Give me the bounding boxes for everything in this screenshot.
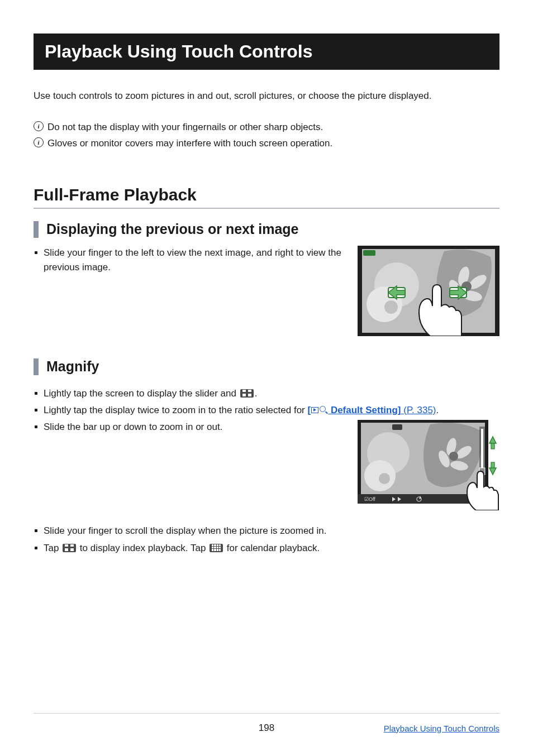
svg-marker-39 bbox=[489, 468, 496, 475]
bullet-list: Lightly tap the screen to display the sl… bbox=[34, 386, 499, 418]
playback-icon bbox=[311, 407, 318, 413]
svg-rect-38 bbox=[491, 443, 494, 449]
caution-icon: i bbox=[34, 137, 44, 147]
caution-item: i Gloves or monitor covers may interfere… bbox=[34, 136, 499, 151]
content-text: Slide the bar up or down to zoom in or o… bbox=[34, 420, 358, 510]
page-title: Playback Using Touch Controls bbox=[45, 41, 312, 61]
bullet-text: Lightly tap the display twice to zoom in… bbox=[44, 405, 307, 415]
bullet-item: Slide your finger to scroll the display … bbox=[34, 524, 499, 538]
bullet-text: to display index playback. Tap bbox=[77, 543, 208, 553]
footer-section-link[interactable]: Playback Using Touch Controls bbox=[384, 724, 499, 733]
svg-marker-37 bbox=[489, 437, 496, 443]
svg-point-24 bbox=[449, 452, 458, 461]
magnify-content: Lightly tap the screen to display the sl… bbox=[34, 386, 499, 556]
subsection-heading-row: Displaying the previous or next image bbox=[34, 221, 499, 238]
content-text: Slide your finger to the left to view th… bbox=[34, 246, 358, 336]
link-label: Default Setting] bbox=[328, 405, 401, 415]
subsection-heading: Displaying the previous or next image bbox=[46, 221, 299, 237]
bullet-list: Slide the bar up or down to zoom in or o… bbox=[34, 420, 348, 434]
svg-rect-25 bbox=[392, 424, 402, 430]
svg-point-19 bbox=[379, 473, 390, 484]
heading-accent-bar bbox=[34, 221, 39, 238]
bullet-text: Tap bbox=[44, 543, 61, 553]
bullet-text: . bbox=[255, 388, 258, 399]
content-row: Slide the bar up or down to zoom in or o… bbox=[34, 420, 499, 510]
page: Playback Using Touch Controls Use touch … bbox=[0, 0, 533, 756]
bullet-item: Slide the bar up or down to zoom in or o… bbox=[34, 420, 348, 434]
bullet-item: Tap to display index playback. Tap for c… bbox=[34, 541, 499, 556]
default-setting-link[interactable]: [ Default Setting] (P. 335) bbox=[307, 405, 436, 415]
magnify-icon bbox=[320, 406, 327, 414]
index-grid-icon bbox=[240, 389, 254, 398]
subsection-heading-row: Magnify bbox=[34, 358, 499, 375]
content-row: Slide your finger to the left to view th… bbox=[34, 246, 499, 336]
svg-rect-40 bbox=[491, 462, 494, 468]
svg-text:☑Off: ☑Off bbox=[364, 496, 375, 502]
intro-paragraph: Use touch controls to zoom pictures in a… bbox=[34, 89, 499, 103]
bullet-text: for calendar playback. bbox=[224, 543, 320, 553]
link-page-ref: (P. 335) bbox=[401, 405, 436, 415]
svg-point-4 bbox=[384, 300, 398, 314]
bullet-list: Slide your finger to scroll the display … bbox=[34, 524, 499, 556]
bullet-item: Lightly tap the screen to display the sl… bbox=[34, 386, 499, 401]
bullet-item: Lightly tap the display twice to zoom in… bbox=[34, 403, 499, 418]
section-heading: Full-Frame Playback bbox=[34, 185, 499, 209]
link-bracket: [ bbox=[307, 405, 311, 415]
caution-block: i Do not tap the display with your finge… bbox=[34, 120, 499, 151]
bullet-text: Lightly tap the screen to display the sl… bbox=[44, 388, 239, 399]
bullet-item: Slide your finger to the left to view th… bbox=[34, 246, 348, 275]
playback-swipe-illustration bbox=[358, 246, 499, 336]
heading-accent-bar bbox=[34, 358, 39, 375]
index-grid-icon bbox=[63, 544, 76, 552]
page-number: 198 bbox=[259, 722, 274, 734]
caution-text: Gloves or monitor covers may interfere w… bbox=[47, 136, 332, 151]
magnify-slider-illustration: ☑Off bbox=[358, 420, 499, 510]
page-footer: 198 Playback Using Touch Controls bbox=[34, 713, 499, 728]
caution-text: Do not tap the display with your fingern… bbox=[47, 120, 323, 135]
bullet-list: Slide your finger to the left to view th… bbox=[34, 246, 348, 275]
subsection-heading: Magnify bbox=[46, 358, 99, 375]
calendar-grid-icon bbox=[210, 544, 223, 552]
bullet-text: . bbox=[436, 405, 439, 415]
caution-item: i Do not tap the display with your finge… bbox=[34, 120, 499, 135]
caution-icon: i bbox=[34, 121, 44, 131]
page-title-bar: Playback Using Touch Controls bbox=[34, 34, 499, 70]
svg-rect-14 bbox=[363, 250, 375, 256]
